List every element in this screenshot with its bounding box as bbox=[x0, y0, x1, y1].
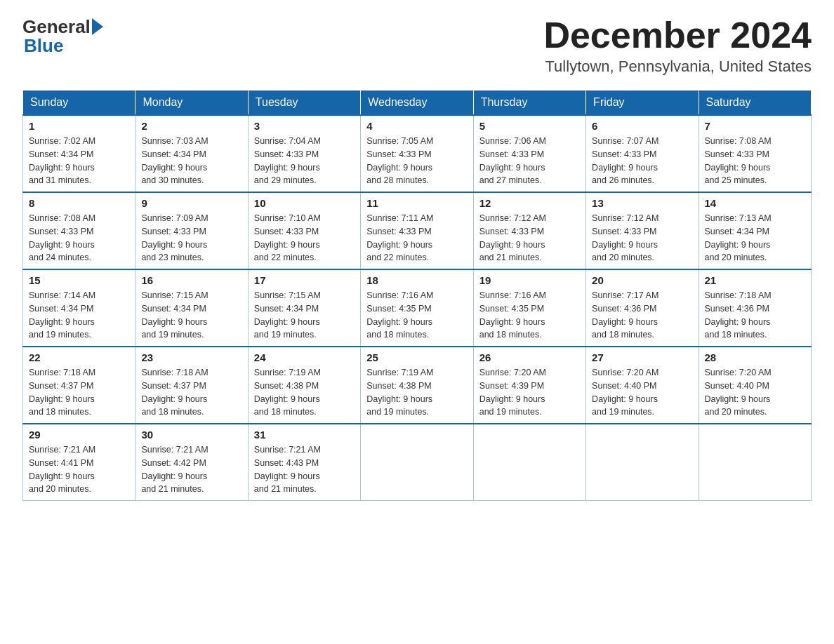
empty-cell bbox=[361, 424, 473, 501]
day-cell-24: 24Sunrise: 7:19 AMSunset: 4:38 PMDayligh… bbox=[248, 347, 360, 424]
day-cell-13: 13Sunrise: 7:12 AMSunset: 4:33 PMDayligh… bbox=[586, 192, 699, 269]
day-cell-30: 30Sunrise: 7:21 AMSunset: 4:42 PMDayligh… bbox=[135, 424, 248, 501]
day-cell-21: 21Sunrise: 7:18 AMSunset: 4:36 PMDayligh… bbox=[699, 269, 811, 347]
day-info-1: Sunrise: 7:02 AMSunset: 4:34 PMDaylight:… bbox=[29, 135, 129, 187]
title-section: December 2024 Tullytown, Pennsylvania, U… bbox=[543, 17, 812, 76]
day-cell-15: 15Sunrise: 7:14 AMSunset: 4:34 PMDayligh… bbox=[23, 269, 135, 347]
day-info-13: Sunrise: 7:12 AMSunset: 4:33 PMDaylight:… bbox=[592, 212, 692, 264]
day-number-31: 31 bbox=[254, 429, 355, 441]
day-cell-10: 10Sunrise: 7:10 AMSunset: 4:33 PMDayligh… bbox=[248, 192, 360, 269]
weekday-header-sunday: Sunday bbox=[23, 90, 135, 116]
day-number-14: 14 bbox=[705, 197, 805, 209]
day-number-4: 4 bbox=[366, 120, 467, 132]
day-cell-25: 25Sunrise: 7:19 AMSunset: 4:38 PMDayligh… bbox=[361, 347, 473, 424]
day-number-13: 13 bbox=[592, 197, 692, 209]
day-cell-23: 23Sunrise: 7:18 AMSunset: 4:37 PMDayligh… bbox=[135, 347, 248, 424]
day-number-7: 7 bbox=[705, 120, 805, 132]
day-info-11: Sunrise: 7:11 AMSunset: 4:33 PMDaylight:… bbox=[366, 212, 467, 264]
calendar-table: SundayMondayTuesdayWednesdayThursdayFrid… bbox=[22, 90, 812, 501]
day-number-21: 21 bbox=[705, 274, 805, 286]
day-cell-6: 6Sunrise: 7:07 AMSunset: 4:33 PMDaylight… bbox=[586, 115, 699, 192]
day-info-17: Sunrise: 7:15 AMSunset: 4:34 PMDaylight:… bbox=[254, 289, 355, 342]
day-number-26: 26 bbox=[479, 351, 580, 363]
day-cell-29: 29Sunrise: 7:21 AMSunset: 4:41 PMDayligh… bbox=[23, 424, 135, 501]
day-cell-26: 26Sunrise: 7:20 AMSunset: 4:39 PMDayligh… bbox=[473, 347, 585, 424]
day-number-23: 23 bbox=[141, 351, 241, 363]
day-cell-3: 3Sunrise: 7:04 AMSunset: 4:33 PMDaylight… bbox=[248, 115, 360, 192]
day-number-1: 1 bbox=[29, 120, 129, 132]
day-info-19: Sunrise: 7:16 AMSunset: 4:35 PMDaylight:… bbox=[479, 289, 580, 342]
page-header: General Blue December 2024 Tullytown, Pe… bbox=[22, 17, 812, 76]
day-info-9: Sunrise: 7:09 AMSunset: 4:33 PMDaylight:… bbox=[141, 212, 241, 264]
day-cell-28: 28Sunrise: 7:20 AMSunset: 4:40 PMDayligh… bbox=[699, 347, 811, 424]
day-cell-8: 8Sunrise: 7:08 AMSunset: 4:33 PMDaylight… bbox=[23, 192, 135, 269]
day-cell-18: 18Sunrise: 7:16 AMSunset: 4:35 PMDayligh… bbox=[361, 269, 473, 347]
day-info-24: Sunrise: 7:19 AMSunset: 4:38 PMDaylight:… bbox=[254, 366, 355, 419]
day-info-16: Sunrise: 7:15 AMSunset: 4:34 PMDaylight:… bbox=[141, 289, 241, 342]
day-number-11: 11 bbox=[366, 197, 467, 209]
day-number-15: 15 bbox=[29, 274, 129, 286]
day-cell-19: 19Sunrise: 7:16 AMSunset: 4:35 PMDayligh… bbox=[473, 269, 585, 347]
day-info-30: Sunrise: 7:21 AMSunset: 4:42 PMDaylight:… bbox=[141, 443, 241, 496]
day-number-19: 19 bbox=[479, 274, 580, 286]
day-cell-5: 5Sunrise: 7:06 AMSunset: 4:33 PMDaylight… bbox=[473, 115, 585, 192]
day-cell-31: 31Sunrise: 7:21 AMSunset: 4:43 PMDayligh… bbox=[248, 424, 360, 501]
day-number-28: 28 bbox=[705, 351, 805, 363]
week-row-4: 22Sunrise: 7:18 AMSunset: 4:37 PMDayligh… bbox=[23, 347, 812, 424]
logo-general-text: General bbox=[22, 17, 91, 37]
month-title: December 2024 bbox=[543, 17, 812, 53]
day-number-9: 9 bbox=[141, 197, 241, 209]
day-info-10: Sunrise: 7:10 AMSunset: 4:33 PMDaylight:… bbox=[254, 212, 355, 264]
day-info-25: Sunrise: 7:19 AMSunset: 4:38 PMDaylight:… bbox=[366, 366, 467, 419]
day-cell-17: 17Sunrise: 7:15 AMSunset: 4:34 PMDayligh… bbox=[248, 269, 360, 347]
day-info-21: Sunrise: 7:18 AMSunset: 4:36 PMDaylight:… bbox=[705, 289, 805, 342]
day-cell-9: 9Sunrise: 7:09 AMSunset: 4:33 PMDaylight… bbox=[135, 192, 248, 269]
day-info-12: Sunrise: 7:12 AMSunset: 4:33 PMDaylight:… bbox=[479, 212, 580, 264]
empty-cell bbox=[473, 424, 585, 501]
weekday-header-row: SundayMondayTuesdayWednesdayThursdayFrid… bbox=[23, 90, 812, 116]
day-cell-16: 16Sunrise: 7:15 AMSunset: 4:34 PMDayligh… bbox=[135, 269, 248, 347]
day-number-20: 20 bbox=[592, 274, 692, 286]
day-number-2: 2 bbox=[141, 120, 241, 132]
day-info-7: Sunrise: 7:08 AMSunset: 4:33 PMDaylight:… bbox=[705, 135, 805, 187]
day-info-26: Sunrise: 7:20 AMSunset: 4:39 PMDaylight:… bbox=[479, 366, 580, 419]
day-number-6: 6 bbox=[592, 120, 692, 132]
weekday-header-thursday: Thursday bbox=[473, 90, 585, 116]
day-info-15: Sunrise: 7:14 AMSunset: 4:34 PMDaylight:… bbox=[29, 289, 129, 342]
day-cell-12: 12Sunrise: 7:12 AMSunset: 4:33 PMDayligh… bbox=[473, 192, 585, 269]
day-number-10: 10 bbox=[254, 197, 355, 209]
weekday-header-monday: Monday bbox=[135, 90, 248, 116]
day-info-18: Sunrise: 7:16 AMSunset: 4:35 PMDaylight:… bbox=[366, 289, 467, 342]
logo-arrow-icon bbox=[92, 18, 103, 35]
day-number-29: 29 bbox=[29, 429, 129, 441]
day-info-14: Sunrise: 7:13 AMSunset: 4:34 PMDaylight:… bbox=[705, 212, 805, 264]
day-info-8: Sunrise: 7:08 AMSunset: 4:33 PMDaylight:… bbox=[29, 212, 129, 264]
day-number-12: 12 bbox=[479, 197, 580, 209]
day-info-2: Sunrise: 7:03 AMSunset: 4:34 PMDaylight:… bbox=[141, 135, 241, 187]
day-number-8: 8 bbox=[29, 197, 129, 209]
logo-blue-text: Blue bbox=[22, 36, 103, 56]
day-info-22: Sunrise: 7:18 AMSunset: 4:37 PMDaylight:… bbox=[29, 366, 129, 419]
day-info-3: Sunrise: 7:04 AMSunset: 4:33 PMDaylight:… bbox=[254, 135, 355, 187]
week-row-5: 29Sunrise: 7:21 AMSunset: 4:41 PMDayligh… bbox=[23, 424, 812, 501]
day-cell-4: 4Sunrise: 7:05 AMSunset: 4:33 PMDaylight… bbox=[361, 115, 473, 192]
day-cell-1: 1Sunrise: 7:02 AMSunset: 4:34 PMDaylight… bbox=[23, 115, 135, 192]
day-cell-14: 14Sunrise: 7:13 AMSunset: 4:34 PMDayligh… bbox=[699, 192, 811, 269]
day-number-17: 17 bbox=[254, 274, 355, 286]
weekday-header-friday: Friday bbox=[586, 90, 699, 116]
week-row-2: 8Sunrise: 7:08 AMSunset: 4:33 PMDaylight… bbox=[23, 192, 812, 269]
weekday-header-tuesday: Tuesday bbox=[248, 90, 360, 116]
day-number-24: 24 bbox=[254, 351, 355, 363]
day-cell-20: 20Sunrise: 7:17 AMSunset: 4:36 PMDayligh… bbox=[586, 269, 699, 347]
day-number-3: 3 bbox=[254, 120, 355, 132]
day-cell-27: 27Sunrise: 7:20 AMSunset: 4:40 PMDayligh… bbox=[586, 347, 699, 424]
day-number-5: 5 bbox=[479, 120, 580, 132]
week-row-3: 15Sunrise: 7:14 AMSunset: 4:34 PMDayligh… bbox=[23, 269, 812, 347]
logo: General Blue bbox=[22, 17, 103, 55]
day-info-6: Sunrise: 7:07 AMSunset: 4:33 PMDaylight:… bbox=[592, 135, 692, 187]
weekday-header-wednesday: Wednesday bbox=[361, 90, 473, 116]
day-cell-22: 22Sunrise: 7:18 AMSunset: 4:37 PMDayligh… bbox=[23, 347, 135, 424]
day-info-20: Sunrise: 7:17 AMSunset: 4:36 PMDaylight:… bbox=[592, 289, 692, 342]
day-info-23: Sunrise: 7:18 AMSunset: 4:37 PMDaylight:… bbox=[141, 366, 241, 419]
day-info-29: Sunrise: 7:21 AMSunset: 4:41 PMDaylight:… bbox=[29, 443, 129, 496]
